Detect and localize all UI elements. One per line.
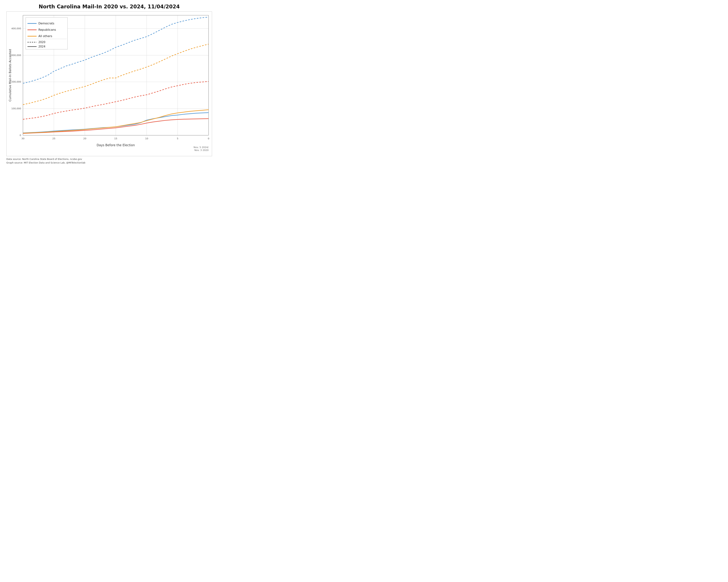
svg-text:400,000: 400,000 [11,27,21,30]
date-note-2: Nov. 3 2020 [194,149,209,151]
svg-text:2020: 2020 [38,40,45,44]
x-axis-label: Days Before the Election [97,143,135,147]
svg-text:20: 20 [83,137,86,140]
chart-container: 0 100,000 200,000 300,000 400,000 30 25 … [6,11,212,156]
svg-text:Democrats: Democrats [38,22,54,25]
svg-text:0: 0 [208,137,209,140]
svg-text:25: 25 [52,137,55,140]
svg-text:15: 15 [114,137,118,140]
svg-text:200,000: 200,000 [11,80,21,83]
svg-text:2024: 2024 [38,45,45,48]
source-text: Data source: North Carolina State Board … [6,157,212,164]
svg-text:0: 0 [20,134,21,137]
svg-text:Republicans: Republicans [38,28,56,31]
svg-text:100,000: 100,000 [11,107,21,110]
svg-text:300,000: 300,000 [11,54,21,57]
svg-text:All others: All others [38,34,52,38]
y-axis-label: Cumulative Mail-In Ballots Accepted [8,49,12,102]
date-note: Nov. 5 2024/ [193,146,209,148]
svg-text:10: 10 [145,137,148,140]
chart-title: North Carolina Mail-In 2020 vs. 2024, 11… [38,4,180,10]
chart-svg: 0 100,000 200,000 300,000 400,000 30 25 … [23,15,209,139]
svg-text:30: 30 [22,137,25,140]
svg-text:5: 5 [177,137,178,140]
